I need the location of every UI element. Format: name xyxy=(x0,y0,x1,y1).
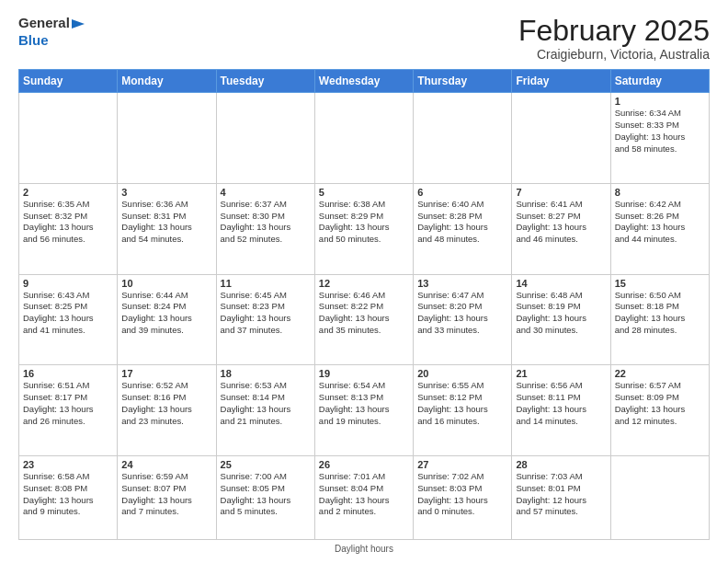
calendar-cell xyxy=(314,93,413,184)
calendar-cell: 22Sunrise: 6:57 AMSunset: 8:09 PMDayligh… xyxy=(610,365,709,456)
day-number: 9 xyxy=(23,278,113,289)
day-number: 7 xyxy=(516,187,606,198)
day-number: 20 xyxy=(417,368,507,379)
svg-marker-0 xyxy=(72,19,85,29)
calendar-cell: 20Sunrise: 6:55 AMSunset: 8:12 PMDayligh… xyxy=(414,365,512,456)
logo-text-block: General Blue xyxy=(18,15,86,48)
day-number: 8 xyxy=(615,187,705,198)
calendar-cell: 17Sunrise: 6:52 AMSunset: 8:16 PMDayligh… xyxy=(118,365,216,456)
calendar-header-wednesday: Wednesday xyxy=(314,70,413,93)
day-number: 26 xyxy=(319,459,409,470)
day-info: Sunrise: 6:48 AMSunset: 8:19 PMDaylight:… xyxy=(516,290,606,337)
day-info: Sunrise: 6:35 AMSunset: 8:32 PMDaylight:… xyxy=(23,199,113,246)
calendar-header-sunday: Sunday xyxy=(19,70,118,93)
calendar-cell: 27Sunrise: 7:02 AMSunset: 8:03 PMDayligh… xyxy=(414,455,512,539)
calendar-cell: 15Sunrise: 6:50 AMSunset: 8:18 PMDayligh… xyxy=(610,274,709,365)
day-info: Sunrise: 6:46 AMSunset: 8:22 PMDaylight:… xyxy=(319,290,409,337)
title-block: February 2025 Craigieburn, Victoria, Aus… xyxy=(518,15,710,62)
calendar-header-saturday: Saturday xyxy=(610,70,709,93)
day-info: Sunrise: 6:42 AMSunset: 8:26 PMDaylight:… xyxy=(615,199,705,246)
calendar-cell: 16Sunrise: 6:51 AMSunset: 8:17 PMDayligh… xyxy=(19,365,118,456)
calendar-header-monday: Monday xyxy=(118,70,216,93)
calendar-cell xyxy=(19,93,118,184)
day-number: 11 xyxy=(221,278,311,289)
logo-general: General xyxy=(18,15,70,30)
day-info: Sunrise: 6:45 AMSunset: 8:23 PMDaylight:… xyxy=(221,290,311,337)
day-info: Sunrise: 6:58 AMSunset: 8:08 PMDaylight:… xyxy=(23,471,113,518)
day-number: 3 xyxy=(121,187,211,198)
footer-note: Daylight hours xyxy=(18,544,710,554)
logo: General Blue xyxy=(18,15,86,48)
day-info: Sunrise: 7:03 AMSunset: 8:01 PMDaylight:… xyxy=(516,471,606,518)
calendar-cell: 2Sunrise: 6:35 AMSunset: 8:32 PMDaylight… xyxy=(19,183,118,274)
day-number: 1 xyxy=(615,96,705,107)
day-number: 10 xyxy=(121,278,211,289)
day-info: Sunrise: 6:40 AMSunset: 8:28 PMDaylight:… xyxy=(417,199,507,246)
day-info: Sunrise: 6:52 AMSunset: 8:16 PMDaylight:… xyxy=(121,380,211,427)
day-info: Sunrise: 6:57 AMSunset: 8:09 PMDaylight:… xyxy=(615,380,705,427)
calendar-cell xyxy=(216,93,314,184)
calendar-cell: 1Sunrise: 6:34 AMSunset: 8:33 PMDaylight… xyxy=(610,93,709,184)
day-number: 28 xyxy=(516,459,606,470)
calendar-cell xyxy=(118,93,216,184)
calendar-week-row: 2Sunrise: 6:35 AMSunset: 8:32 PMDaylight… xyxy=(19,183,710,274)
day-number: 6 xyxy=(417,187,507,198)
calendar-cell: 25Sunrise: 7:00 AMSunset: 8:05 PMDayligh… xyxy=(216,455,314,539)
calendar-cell: 23Sunrise: 6:58 AMSunset: 8:08 PMDayligh… xyxy=(19,455,118,539)
day-number: 23 xyxy=(23,459,113,470)
calendar-cell: 3Sunrise: 6:36 AMSunset: 8:31 PMDaylight… xyxy=(118,183,216,274)
day-number: 18 xyxy=(221,368,311,379)
day-info: Sunrise: 6:44 AMSunset: 8:24 PMDaylight:… xyxy=(121,290,211,337)
calendar-cell: 6Sunrise: 6:40 AMSunset: 8:28 PMDaylight… xyxy=(414,183,512,274)
main-title: February 2025 xyxy=(518,15,710,47)
day-info: Sunrise: 6:43 AMSunset: 8:25 PMDaylight:… xyxy=(23,290,113,337)
day-info: Sunrise: 6:37 AMSunset: 8:30 PMDaylight:… xyxy=(221,199,311,246)
calendar-cell: 10Sunrise: 6:44 AMSunset: 8:24 PMDayligh… xyxy=(118,274,216,365)
day-number: 25 xyxy=(221,459,311,470)
calendar-cell: 8Sunrise: 6:42 AMSunset: 8:26 PMDaylight… xyxy=(610,183,709,274)
calendar-cell: 14Sunrise: 6:48 AMSunset: 8:19 PMDayligh… xyxy=(512,274,610,365)
day-info: Sunrise: 6:59 AMSunset: 8:07 PMDaylight:… xyxy=(121,471,211,518)
calendar-week-row: 9Sunrise: 6:43 AMSunset: 8:25 PMDaylight… xyxy=(19,274,710,365)
day-info: Sunrise: 6:36 AMSunset: 8:31 PMDaylight:… xyxy=(121,199,211,246)
day-number: 16 xyxy=(23,368,113,379)
calendar-week-row: 1Sunrise: 6:34 AMSunset: 8:33 PMDaylight… xyxy=(19,93,710,184)
day-info: Sunrise: 6:50 AMSunset: 8:18 PMDaylight:… xyxy=(615,290,705,337)
day-info: Sunrise: 6:47 AMSunset: 8:20 PMDaylight:… xyxy=(417,290,507,337)
day-info: Sunrise: 7:01 AMSunset: 8:04 PMDaylight:… xyxy=(319,471,409,518)
calendar-cell: 21Sunrise: 6:56 AMSunset: 8:11 PMDayligh… xyxy=(512,365,610,456)
day-number: 14 xyxy=(516,278,606,289)
calendar-cell: 24Sunrise: 6:59 AMSunset: 8:07 PMDayligh… xyxy=(118,455,216,539)
day-number: 22 xyxy=(615,368,705,379)
calendar-cell: 28Sunrise: 7:03 AMSunset: 8:01 PMDayligh… xyxy=(512,455,610,539)
day-info: Sunrise: 6:41 AMSunset: 8:27 PMDaylight:… xyxy=(516,199,606,246)
calendar-cell: 4Sunrise: 6:37 AMSunset: 8:30 PMDaylight… xyxy=(216,183,314,274)
day-info: Sunrise: 6:56 AMSunset: 8:11 PMDaylight:… xyxy=(516,380,606,427)
day-info: Sunrise: 7:00 AMSunset: 8:05 PMDaylight:… xyxy=(221,471,311,518)
day-info: Sunrise: 7:02 AMSunset: 8:03 PMDaylight:… xyxy=(417,471,507,518)
day-info: Sunrise: 6:54 AMSunset: 8:13 PMDaylight:… xyxy=(319,380,409,427)
day-info: Sunrise: 6:53 AMSunset: 8:14 PMDaylight:… xyxy=(221,380,311,427)
calendar-week-row: 16Sunrise: 6:51 AMSunset: 8:17 PMDayligh… xyxy=(19,365,710,456)
calendar-cell: 5Sunrise: 6:38 AMSunset: 8:29 PMDaylight… xyxy=(314,183,413,274)
calendar-header-friday: Friday xyxy=(512,70,610,93)
logo-blue: Blue xyxy=(18,32,49,48)
day-number: 21 xyxy=(516,368,606,379)
calendar-cell xyxy=(610,455,709,539)
calendar-cell: 7Sunrise: 6:41 AMSunset: 8:27 PMDaylight… xyxy=(512,183,610,274)
calendar-cell: 12Sunrise: 6:46 AMSunset: 8:22 PMDayligh… xyxy=(314,274,413,365)
day-number: 24 xyxy=(121,459,211,470)
day-number: 17 xyxy=(121,368,211,379)
calendar-cell xyxy=(512,93,610,184)
day-info: Sunrise: 6:51 AMSunset: 8:17 PMDaylight:… xyxy=(23,380,113,427)
day-number: 2 xyxy=(23,187,113,198)
day-number: 5 xyxy=(319,187,409,198)
calendar-table: SundayMondayTuesdayWednesdayThursdayFrid… xyxy=(18,69,710,540)
day-number: 19 xyxy=(319,368,409,379)
calendar-header-thursday: Thursday xyxy=(414,70,512,93)
calendar-cell: 19Sunrise: 6:54 AMSunset: 8:13 PMDayligh… xyxy=(314,365,413,456)
day-info: Sunrise: 6:38 AMSunset: 8:29 PMDaylight:… xyxy=(319,199,409,246)
header: General Blue February 2025 Craigieburn, … xyxy=(18,15,710,62)
subtitle: Craigieburn, Victoria, Australia xyxy=(518,47,710,62)
page: General Blue February 2025 Craigieburn, … xyxy=(0,0,728,563)
